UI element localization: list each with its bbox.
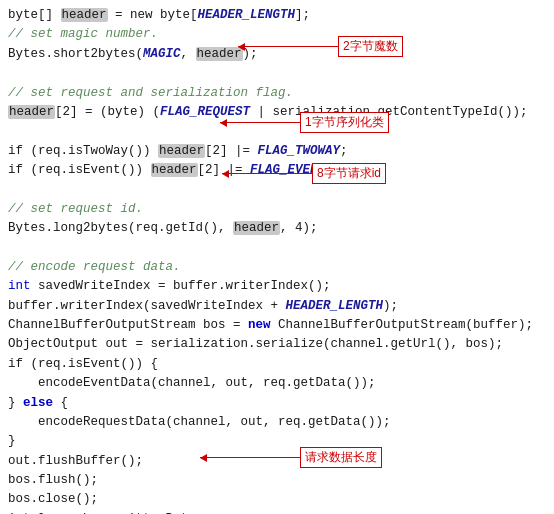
code-line: if (req.isEvent()) header[2] |= FLAG_EVE… bbox=[8, 161, 546, 180]
code-token: FLAG_EVENT bbox=[250, 163, 325, 177]
code-line: } else { bbox=[8, 394, 546, 413]
code-line: int len = bos.writtenBytes; bbox=[8, 510, 546, 514]
code-line bbox=[8, 64, 546, 83]
code-line: // set magic number. bbox=[8, 25, 546, 44]
code-line: // encode request data. bbox=[8, 258, 546, 277]
code-token: out.flushBuffer(); bbox=[8, 454, 143, 468]
code-token: } bbox=[8, 396, 23, 410]
code-token: HEADER_LENGTH bbox=[198, 8, 296, 22]
code-token: if (req.isEvent()) bbox=[8, 163, 151, 177]
code-token: short2bytes bbox=[53, 47, 136, 61]
code-token: if (req.isEvent()) { bbox=[8, 357, 158, 371]
code-line: out.flushBuffer(); bbox=[8, 452, 546, 471]
code-token: MAGIC bbox=[143, 47, 181, 61]
code-line: ChannelBufferOutputStream bos = new Chan… bbox=[8, 316, 546, 335]
code-line: buffer.writerIndex(savedWriteIndex + HEA… bbox=[8, 297, 546, 316]
code-line: Bytes.short2bytes(MAGIC, header); bbox=[8, 45, 546, 64]
code-token: | serialization.getContentTypeId()); bbox=[250, 105, 528, 119]
code-token: // set magic number. bbox=[8, 27, 158, 41]
code-token: header bbox=[196, 47, 243, 61]
code-token: = new byte[ bbox=[108, 8, 198, 22]
code-lines: byte[] header = new byte[HEADER_LENGTH];… bbox=[8, 6, 546, 514]
code-token: , bbox=[181, 47, 196, 61]
code-token: // encode request data. bbox=[8, 260, 181, 274]
code-token: [2] |= bbox=[198, 163, 251, 177]
code-token: ChannelBufferOutputStream bos = bbox=[8, 318, 248, 332]
code-token: Bytes. bbox=[8, 47, 53, 61]
code-token: savedWriteIndex = buffer.writerIndex(); bbox=[31, 279, 331, 293]
code-token: byte[] bbox=[8, 8, 61, 22]
code-line: byte[] header = new byte[HEADER_LENGTH]; bbox=[8, 6, 546, 25]
code-line: } bbox=[8, 432, 546, 451]
code-token: FLAG_REQUEST bbox=[160, 105, 250, 119]
code-token: ObjectOutput out = serialization.seriali… bbox=[8, 337, 503, 351]
code-token: [2] |= bbox=[205, 144, 258, 158]
code-container: byte[] header = new byte[HEADER_LENGTH];… bbox=[0, 0, 554, 514]
code-token: HEADER_LENGTH bbox=[286, 299, 384, 313]
code-token: ChannelBufferOutputStream(buffer); bbox=[271, 318, 534, 332]
code-line bbox=[8, 239, 546, 258]
code-token: bos.close(); bbox=[8, 492, 98, 506]
code-line bbox=[8, 180, 546, 199]
code-token: header bbox=[8, 105, 55, 119]
code-line: header[2] = (byte) (FLAG_REQUEST | seria… bbox=[8, 103, 546, 122]
code-token: ); bbox=[383, 299, 398, 313]
code-line: encodeEventData(channel, out, req.getDat… bbox=[8, 374, 546, 393]
code-line: encodeRequestData(channel, out, req.getD… bbox=[8, 413, 546, 432]
code-token: // set request id. bbox=[8, 202, 143, 216]
code-token: } bbox=[8, 434, 16, 448]
code-token: (req.getId(), bbox=[128, 221, 233, 235]
code-token: ; bbox=[325, 163, 333, 177]
code-token: header bbox=[61, 8, 108, 22]
code-line: // set request and serialization flag. bbox=[8, 84, 546, 103]
code-line: // set request id. bbox=[8, 200, 546, 219]
code-token: header bbox=[151, 163, 198, 177]
code-token: long2bytes bbox=[53, 221, 128, 235]
code-token: encodeRequestData(channel, out, req.getD… bbox=[8, 415, 391, 429]
code-token: Bytes. bbox=[8, 221, 53, 235]
code-line: if (req.isTwoWay()) header[2] |= FLAG_TW… bbox=[8, 142, 546, 161]
code-token: header bbox=[233, 221, 280, 235]
code-token: ]; bbox=[295, 8, 310, 22]
code-token: [2] = (byte) ( bbox=[55, 105, 160, 119]
code-token: if (req.isTwoWay()) bbox=[8, 144, 158, 158]
code-line: int savedWriteIndex = buffer.writerIndex… bbox=[8, 277, 546, 296]
code-token: bos.flush(); bbox=[8, 473, 98, 487]
code-line: bos.close(); bbox=[8, 490, 546, 509]
code-token: int bbox=[8, 279, 31, 293]
code-line bbox=[8, 122, 546, 141]
code-token: { bbox=[53, 396, 68, 410]
code-token: // set request and serialization flag. bbox=[8, 86, 293, 100]
code-token: ); bbox=[243, 47, 258, 61]
code-token: ( bbox=[136, 47, 144, 61]
code-token: encodeEventData(channel, out, req.getDat… bbox=[8, 376, 376, 390]
code-token: buffer.writerIndex(savedWriteIndex + bbox=[8, 299, 286, 313]
code-line: bos.flush(); bbox=[8, 471, 546, 490]
code-token: ; bbox=[340, 144, 348, 158]
code-token: else bbox=[23, 396, 53, 410]
code-token: header bbox=[158, 144, 205, 158]
code-token: new bbox=[248, 318, 271, 332]
code-token: , 4); bbox=[280, 221, 318, 235]
code-line: ObjectOutput out = serialization.seriali… bbox=[8, 335, 546, 354]
code-line: if (req.isEvent()) { bbox=[8, 355, 546, 374]
code-line: Bytes.long2bytes(req.getId(), header, 4)… bbox=[8, 219, 546, 238]
code-token: FLAG_TWOWAY bbox=[258, 144, 341, 158]
